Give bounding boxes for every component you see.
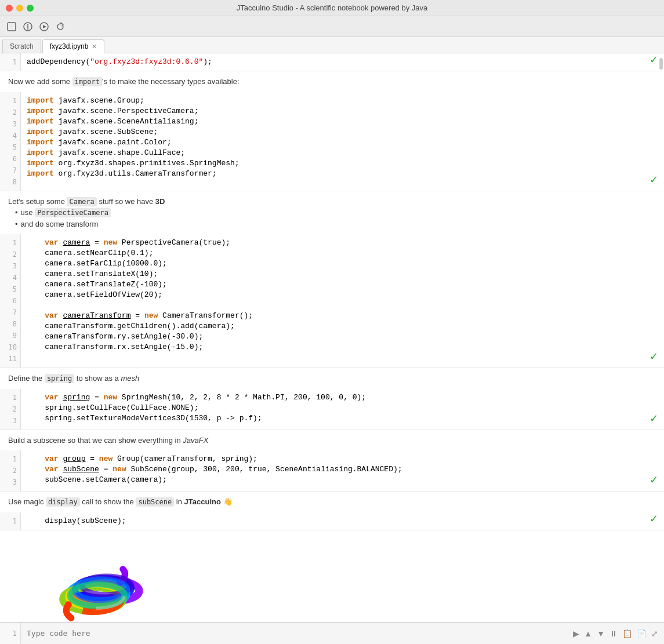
- cell-6: 1 display(subScene); ✓: [0, 512, 664, 530]
- move-down-icon[interactable]: ▼: [596, 628, 606, 639]
- code-2[interactable]: import javafx.scene.Group; import javafx…: [21, 92, 664, 191]
- code-input[interactable]: [21, 623, 572, 644]
- line-numbers-4: 1 2 3: [0, 389, 21, 430]
- window-controls[interactable]: [6, 5, 34, 12]
- minimize-button[interactable]: [16, 5, 23, 12]
- code-1[interactable]: addDependency("org.fxyz3d:fxyz3d:0.6.0")…: [21, 53, 664, 71]
- cell-1: 1 addDependency("org.fxyz3d:fxyz3d:0.6.0…: [0, 53, 664, 71]
- play-icon[interactable]: [37, 20, 51, 34]
- text-cell-1: Now we add some import's to make the nec…: [0, 71, 664, 92]
- expand-icon[interactable]: ⤢: [650, 628, 659, 639]
- toolbar: [0, 16, 664, 37]
- move-up-icon[interactable]: ▲: [583, 628, 593, 639]
- line-numbers-1: 1: [0, 53, 21, 71]
- line-numbers-2: 1 2 3 4 5 6 7 8: [0, 92, 21, 191]
- text-cell-3: Define the spring to show as a mesh: [0, 368, 664, 389]
- bottom-line-number: 1: [0, 623, 21, 644]
- copy-icon[interactable]: 📋: [621, 628, 633, 639]
- scrollbar-thumb[interactable]: [659, 58, 663, 70]
- run-icon[interactable]: [21, 20, 35, 34]
- svg-rect-0: [8, 23, 16, 31]
- text-cell-5: Use magic display call to show the subSc…: [0, 492, 664, 512]
- svg-marker-4: [43, 25, 46, 28]
- code-6[interactable]: display(subScene);: [21, 512, 664, 530]
- bottom-toolbar: ▶ ▲ ▼ ⏸ 📋 📄 ⤢: [572, 628, 664, 639]
- success-icon-3: ✓: [650, 350, 658, 363]
- file-icon[interactable]: 📄: [636, 628, 648, 639]
- pause-icon[interactable]: ⏸: [608, 628, 619, 639]
- power-icon[interactable]: [5, 20, 19, 34]
- line-numbers-5: 1 2 3: [0, 450, 21, 491]
- main-content: 1 addDependency("org.fxyz3d:fxyz3d:0.6.0…: [0, 53, 664, 622]
- success-icon-2: ✓: [650, 173, 658, 186]
- success-icon-5: ✓: [650, 474, 658, 486]
- cell-2: 1 2 3 4 5 6 7 8 import javafx.scene.Grou…: [0, 92, 664, 191]
- window-title: JTaccuino Studio - A scientific notebook…: [237, 3, 428, 12]
- spring-visualization: [35, 542, 157, 623]
- cell-4: 1 2 3 var spring = new SpringMesh(10, 2,…: [0, 389, 664, 430]
- text-cell-4: Build a subscene so that we can show eve…: [0, 430, 664, 451]
- tab-scratch[interactable]: Scratch: [2, 39, 41, 53]
- cell-3: 1 2 3 4 5 6 7 8 9 10 11 var camera = new…: [0, 234, 664, 368]
- title-bar: JTaccuino Studio - A scientific notebook…: [0, 0, 664, 16]
- line-numbers-3: 1 2 3 4 5 6 7 8 9 10 11: [0, 234, 21, 368]
- code-3[interactable]: var camera = new PerspectiveCamera(true)…: [21, 234, 664, 368]
- output-cell: [0, 530, 664, 623]
- success-icon-4: ✓: [650, 412, 658, 425]
- success-icon-1: ✓: [650, 53, 658, 66]
- close-button[interactable]: [6, 5, 13, 12]
- text-cell-2: Let's setup some Camera stuff so we have…: [0, 191, 664, 235]
- cell-5: 1 2 3 var group = new Group(cameraTransf…: [0, 450, 664, 492]
- success-icon-6: ✓: [650, 512, 658, 525]
- run-cell-icon[interactable]: ▶: [572, 628, 580, 639]
- bottom-input-bar: 1 ▶ ▲ ▼ ⏸ 📋 📄 ⤢: [0, 622, 664, 644]
- tab-close-icon[interactable]: ✕: [92, 43, 97, 50]
- output-area: [0, 530, 664, 623]
- refresh-icon[interactable]: [53, 20, 67, 34]
- code-4[interactable]: var spring = new SpringMesh(10, 2, 2, 8 …: [21, 389, 664, 430]
- line-numbers-6: 1: [0, 512, 21, 530]
- tabs-bar: Scratch fxyz3d.ipynb ✕: [0, 37, 664, 53]
- tab-fxyz3d[interactable]: fxyz3d.ipynb ✕: [42, 39, 105, 53]
- maximize-button[interactable]: [27, 5, 34, 12]
- code-5[interactable]: var group = new Group(cameraTransform, s…: [21, 450, 664, 491]
